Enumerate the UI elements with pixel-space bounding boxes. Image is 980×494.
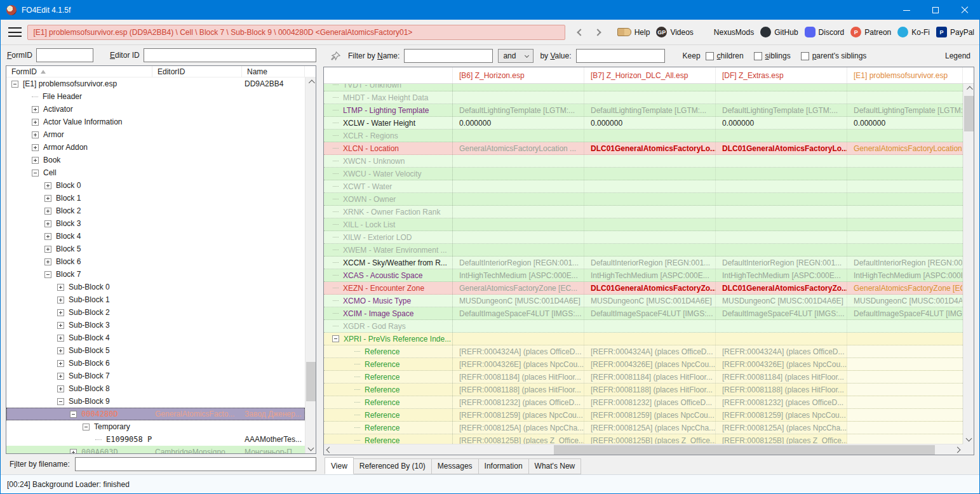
expand-plus-icon[interactable] xyxy=(44,208,51,215)
record-value-cell[interactable] xyxy=(453,206,584,218)
record-value-cell[interactable]: IntHighTechMedium [ASPC:000E... xyxy=(847,269,963,281)
filter-value-input[interactable] xyxy=(576,49,665,63)
record-value-cell[interactable]: DefaultLightingTemplate [LGTM:... xyxy=(584,104,716,116)
expand-plus-icon[interactable] xyxy=(57,297,64,304)
record-value-cell[interactable] xyxy=(847,193,963,205)
record-field-label-cell[interactable]: XWEM - Water Environment ... xyxy=(324,244,453,256)
record-value-cell[interactable]: [REFR:00081188] (places HitFloor... xyxy=(453,384,584,396)
record-value-cell[interactable]: DefaultInteriorRegion [REGN:001... xyxy=(847,257,963,269)
expand-plus-icon[interactable] xyxy=(57,335,64,342)
record-field-label-cell[interactable]: Reference xyxy=(324,422,453,434)
record-value-cell[interactable] xyxy=(584,206,716,218)
tree-row[interactable]: Block 5 xyxy=(6,243,305,255)
record-value-cell[interactable]: GeneralAtomicsFactoryZone [EC... xyxy=(847,282,963,294)
record-value-cell[interactable] xyxy=(847,155,963,167)
record-value-cell[interactable]: [REFR:00081188] (places HitFloor... xyxy=(716,384,847,396)
toolbar-link-patreon[interactable]: PPatreon xyxy=(850,27,891,37)
keep-option-parentssiblings[interactable]: parent's siblings xyxy=(801,51,867,60)
expand-plus-icon[interactable] xyxy=(70,449,77,454)
toolbar-link-nexusmods[interactable]: NexusMods xyxy=(700,27,754,37)
record-field-label-cell[interactable]: Reference xyxy=(324,396,453,408)
record-value-cell[interactable]: IntHighTechMedium [ASPC:000E... xyxy=(584,269,716,281)
column-header-plugin[interactable]: [B7] Z_Horizon_DLC_All.esp xyxy=(584,67,716,83)
tree-row[interactable]: Armor xyxy=(6,128,305,141)
record-value-cell[interactable] xyxy=(716,193,847,205)
expand-plus-icon[interactable] xyxy=(44,182,51,189)
collapse-minus-icon[interactable] xyxy=(11,81,18,88)
record-field-label-cell[interactable]: Reference xyxy=(324,371,453,383)
breadcrumb[interactable]: [E1] problemsofsurvivor.esp (DD9A2BB4) \… xyxy=(27,25,565,40)
record-value-cell[interactable]: 0.000000 xyxy=(847,117,963,129)
record-field-label-cell[interactable]: XCAS - Acoustic Space xyxy=(324,269,453,281)
record-value-cell[interactable] xyxy=(716,231,847,243)
scroll-down-arrow-icon[interactable] xyxy=(963,433,974,444)
record-value-cell[interactable]: DefaultInteriorRegion [REGN:001... xyxy=(453,257,584,269)
record-value-cell[interactable] xyxy=(847,358,963,370)
tree-row[interactable]: Block 0 xyxy=(6,179,305,192)
expand-plus-icon[interactable] xyxy=(44,233,51,240)
record-value-cell[interactable]: 0.000000 xyxy=(716,117,847,129)
record-value-cell[interactable] xyxy=(716,155,847,167)
record-value-cell[interactable] xyxy=(453,231,584,243)
record-value-cell[interactable] xyxy=(847,409,963,421)
expand-plus-icon[interactable] xyxy=(32,106,39,113)
record-value-cell[interactable] xyxy=(453,193,584,205)
tab-information[interactable]: Information xyxy=(479,458,529,474)
tree-row[interactable]: Block 6 xyxy=(6,255,305,268)
record-value-cell[interactable]: DefaultLightingTemplate [LGTM:... xyxy=(847,104,963,116)
collapse-minus-icon[interactable] xyxy=(332,335,339,342)
record-value-cell[interactable] xyxy=(453,244,584,256)
record-value-cell[interactable]: DefaultImageSpaceF4LUT [IMGS:... xyxy=(716,307,847,319)
record-value-cell[interactable]: IntHighTechMedium [ASPC:000E... xyxy=(716,269,847,281)
record-value-cell[interactable] xyxy=(847,422,963,434)
table-horizontal-scrollbar[interactable] xyxy=(324,444,963,455)
filter-operator-select[interactable]: and xyxy=(498,49,534,63)
record-value-cell[interactable]: DefaultImageSpaceF4LUT [IMGS:... xyxy=(847,307,963,319)
record-value-cell[interactable] xyxy=(847,333,963,345)
table-hscrollbar-thumb[interactable] xyxy=(554,445,935,455)
record-value-cell[interactable]: [REFR:0004326E] (places NpcCou... xyxy=(716,358,847,370)
record-field-label-cell[interactable]: XCWT - Water xyxy=(324,180,453,192)
record-value-cell[interactable] xyxy=(453,218,584,230)
record-field-label-cell[interactable]: XCLR - Regions xyxy=(324,130,453,142)
record-value-cell[interactable] xyxy=(584,244,716,256)
column-header-plugin[interactable]: [B6] Z_Horizon.esp xyxy=(453,67,584,83)
tree-column-name[interactable]: Name xyxy=(242,66,305,77)
collapse-minus-icon[interactable] xyxy=(83,424,90,431)
record-field-label-cell[interactable]: XEZN - Encounter Zone xyxy=(324,282,453,294)
toolbar-link-github[interactable]: GitHub xyxy=(760,27,798,37)
record-value-cell[interactable] xyxy=(453,333,584,345)
record-value-cell[interactable]: [REFR:00081184] (places HitFloor... xyxy=(453,371,584,383)
formid-input[interactable] xyxy=(36,48,93,62)
record-field-label-cell[interactable]: XCMO - Music Type xyxy=(324,295,453,307)
record-value-cell[interactable] xyxy=(584,168,716,180)
record-value-cell[interactable]: DefaultImageSpaceF4LUT [IMGS:... xyxy=(584,307,716,319)
expand-plus-icon[interactable] xyxy=(44,246,51,253)
record-value-cell[interactable]: MUSDungeonC [MUSC:001D4A6E] xyxy=(584,295,716,307)
record-value-cell[interactable]: 0.000000 xyxy=(584,117,716,129)
record-value-cell[interactable] xyxy=(584,218,716,230)
tree-row[interactable]: Sub-Block 5 xyxy=(6,344,305,357)
record-value-cell[interactable] xyxy=(847,180,963,192)
tree-row[interactable]: Block 4 xyxy=(6,230,305,243)
tree-row[interactable]: Block 7 xyxy=(6,268,305,281)
filter-filename-input[interactable] xyxy=(75,457,316,471)
close-button[interactable] xyxy=(950,1,979,20)
tree-row[interactable]: Sub-Block 4 xyxy=(6,331,305,344)
tree-column-formid[interactable]: FormID xyxy=(6,66,152,77)
record-value-cell[interactable]: [REFR:0008125A] (places NpcCha... xyxy=(453,422,584,434)
back-button[interactable] xyxy=(570,24,589,41)
record-value-cell[interactable] xyxy=(847,130,963,142)
collapse-minus-icon[interactable] xyxy=(32,170,39,177)
record-value-cell[interactable]: DefaultInteriorRegion [REGN:001... xyxy=(584,257,716,269)
record-field-label-cell[interactable]: XCLW - Water Height xyxy=(324,117,453,129)
record-field-label-cell[interactable]: XLCN - Location xyxy=(324,142,453,154)
record-value-cell[interactable]: [REFR:00081232] (places OfficeD... xyxy=(716,396,847,408)
record-value-cell[interactable]: DefaultImageSpaceF4LUT [IMGS:... xyxy=(453,307,584,319)
tree-row[interactable]: File Header xyxy=(6,90,305,103)
record-value-cell[interactable]: [REFR:00081184] (places HitFloor... xyxy=(584,371,716,383)
record-field-label-cell[interactable]: XWCN - Unknown xyxy=(324,155,453,167)
tree-vertical-scrollbar[interactable] xyxy=(305,77,316,453)
record-value-cell[interactable] xyxy=(847,91,963,103)
record-field-label-cell[interactable]: XRNK - Owner Faction Rank xyxy=(324,206,453,218)
